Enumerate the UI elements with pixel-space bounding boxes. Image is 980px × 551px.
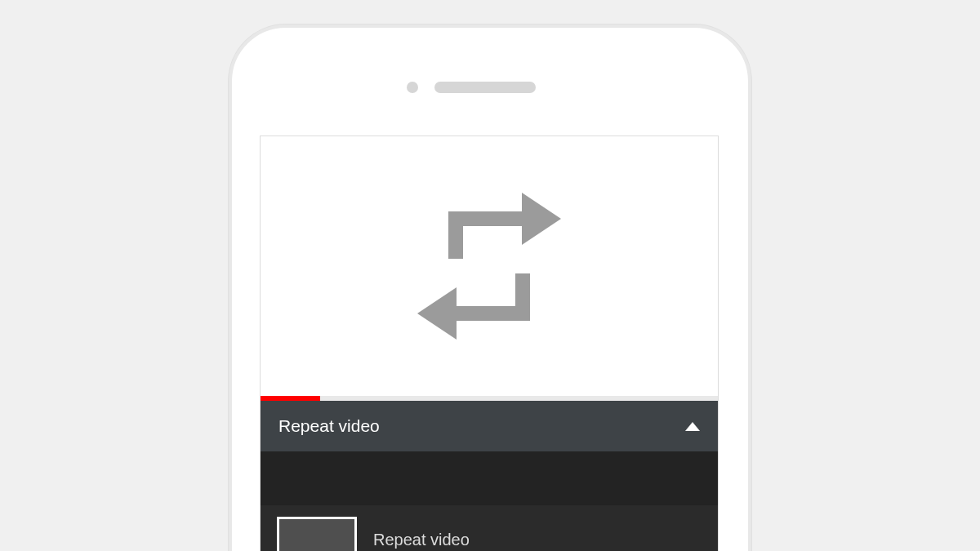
playlist-gap [261,451,718,505]
phone-speaker-bar [434,82,536,93]
collapse-up-icon [685,422,700,431]
video-player-area[interactable] [261,136,718,396]
phone-frame: Repeat video Repeat video [229,24,751,551]
playlist-header-title: Repeat video [278,416,380,436]
phone-screen: Repeat video Repeat video [260,136,719,551]
phone-camera-dot [407,82,418,93]
repeat-icon [391,168,587,364]
svg-rect-2 [448,211,463,259]
playlist-list: Repeat video [261,505,718,551]
svg-marker-3 [417,287,457,340]
video-progress-bar[interactable] [261,396,718,401]
svg-rect-5 [515,273,530,321]
video-progress-fill [261,396,320,401]
playlist-header[interactable]: Repeat video [261,401,718,451]
video-thumbnail [277,517,357,551]
list-item-label: Repeat video [373,531,470,549]
list-item[interactable]: Repeat video [277,517,702,551]
svg-marker-0 [522,193,561,245]
